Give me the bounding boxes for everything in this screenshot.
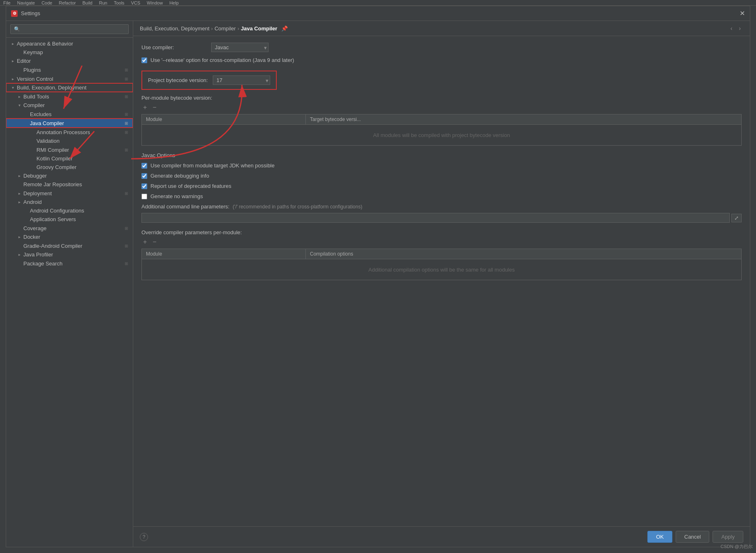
sidebar-item-excludes[interactable]: Excludes ⊞ xyxy=(6,110,133,119)
sidebar-item-label: Build, Execution, Deployment xyxy=(16,85,130,91)
sidebar-item-package-search[interactable]: Package Search ⊞ xyxy=(6,259,133,268)
ok-button[interactable]: OK xyxy=(647,531,672,543)
apply-button[interactable]: Apply xyxy=(713,531,743,543)
breadcrumb: Build, Execution, Deployment › Compiler … xyxy=(140,25,288,32)
arrow-icon xyxy=(16,252,23,257)
close-button[interactable]: ✕ xyxy=(740,9,745,17)
sidebar-item-label: Android Configurations xyxy=(29,208,130,214)
sidebar-item-label: Java Compiler xyxy=(29,120,123,126)
remove-module-button[interactable]: − xyxy=(151,104,158,111)
sidebar-item-compiler[interactable]: Compiler xyxy=(6,101,133,110)
dialog-title: Settings xyxy=(21,10,40,16)
option3-checkbox[interactable] xyxy=(141,183,147,189)
sidebar-item-kotlin-compiler[interactable]: Kotlin Compiler xyxy=(6,154,133,163)
sidebar-item-label: Android xyxy=(23,199,130,205)
sidebar-item-label: Keymap xyxy=(23,49,130,55)
sidebar-item-build-tools[interactable]: Build Tools ⊞ xyxy=(6,92,133,101)
sidebar-item-gradle-android[interactable]: Gradle-Android Compiler ⊞ xyxy=(6,241,133,250)
sidebar-item-docker[interactable]: Docker xyxy=(6,233,133,241)
per-module-table-header: Module Target bytecode versi... xyxy=(142,114,741,125)
sidebar-item-annotation-processors[interactable]: Annotation Processors ⊞ xyxy=(6,128,133,137)
compiler-dropdown-wrapper: Javac Eclipse ▾ xyxy=(211,43,269,52)
target-bytecode-col-header: Target bytecode versi... xyxy=(306,114,741,124)
sidebar-item-coverage[interactable]: Coverage ⊞ xyxy=(6,224,133,233)
arrow-icon xyxy=(16,174,23,178)
option2-checkbox[interactable] xyxy=(141,173,147,179)
add-override-button[interactable]: + xyxy=(141,239,148,245)
option1-label: Use compiler from module target JDK when… xyxy=(150,162,275,169)
sidebar-item-application-servers[interactable]: Application Servers xyxy=(6,215,133,224)
sidebar-item-groovy-compiler[interactable]: Groovy Compiler xyxy=(6,163,133,171)
cmd-params-row: Additional command line parameters: ('/'… xyxy=(141,203,742,210)
search-input[interactable] xyxy=(10,24,129,34)
sidebar-item-label: Debugger xyxy=(23,173,130,179)
option3-label: Report use of deprecated features xyxy=(150,183,231,189)
sidebar-item-validation[interactable]: Validation xyxy=(6,137,133,145)
option2-label: Generate debugging info xyxy=(150,173,209,179)
cmd-input-row: ⤢ xyxy=(141,213,742,223)
nav-back-button[interactable]: ‹ xyxy=(728,24,735,32)
sidebar-item-plugins[interactable]: Plugins ⊞ xyxy=(6,65,133,74)
ext-icon: ⊞ xyxy=(123,190,130,197)
breadcrumb-part2: Compiler xyxy=(214,25,236,32)
sidebar-item-remote-jar[interactable]: Remote Jar Repositories xyxy=(6,180,133,189)
override-toolbar: + − xyxy=(141,239,742,245)
watermark: CSDN @力巴尔 xyxy=(721,544,753,550)
sidebar-item-label: Plugins xyxy=(23,67,123,73)
add-module-button[interactable]: + xyxy=(141,104,148,111)
sidebar-item-debugger[interactable]: Debugger xyxy=(6,171,133,180)
sidebar-item-label: Appearance & Behavior xyxy=(16,41,130,47)
sidebar-item-label: Deployment xyxy=(23,190,123,197)
expand-button[interactable]: ⤢ xyxy=(731,214,742,222)
sidebar-item-java-compiler[interactable]: Java Compiler ⊞ xyxy=(6,119,133,128)
app-icon: ⚙ xyxy=(11,10,18,17)
sidebar-item-label: Version Control xyxy=(16,76,123,82)
sidebar-item-java-profiler[interactable]: Java Profiler xyxy=(6,250,133,259)
help-button[interactable]: ? xyxy=(140,533,148,541)
use-compiler-label: Use compiler: xyxy=(141,44,207,50)
release-option-checkbox[interactable] xyxy=(141,57,147,63)
sidebar-item-build-exec-deploy[interactable]: Build, Execution, Deployment xyxy=(6,83,133,92)
module-col-header: Module xyxy=(142,114,306,124)
sidebar-item-appearance[interactable]: Appearance & Behavior xyxy=(6,39,133,48)
option1-checkbox[interactable] xyxy=(141,163,147,169)
sidebar-item-label: Gradle-Android Compiler xyxy=(23,243,123,249)
override-options-col: Compilation options xyxy=(306,249,741,259)
sidebar-item-label: Java Profiler xyxy=(23,251,130,258)
cmd-params-input[interactable] xyxy=(141,213,730,223)
sidebar-item-label: RMI Compiler xyxy=(36,147,123,153)
option4-checkbox[interactable] xyxy=(141,194,147,199)
menubar: File Navigate Code Refactor Build Run To… xyxy=(0,0,756,6)
search-bar xyxy=(6,21,133,38)
bytecode-dropdown-wrapper: 17 11 8 21 ▾ xyxy=(213,75,270,85)
sidebar-item-android[interactable]: Android xyxy=(6,198,133,206)
sidebar-item-version-control[interactable]: Version Control ⊞ xyxy=(6,74,133,83)
bytecode-version-dropdown[interactable]: 17 11 8 21 xyxy=(213,75,270,85)
use-compiler-row: Use compiler: Javac Eclipse ▾ xyxy=(141,43,742,52)
arrow-icon xyxy=(16,103,23,107)
nav-forward-button[interactable]: › xyxy=(736,24,743,32)
sidebar-item-rmi-compiler[interactable]: RMI Compiler ⊞ xyxy=(6,145,133,154)
ext-icon: ⊞ xyxy=(123,146,130,153)
breadcrumb-sep: › xyxy=(211,25,213,32)
sidebar-item-editor[interactable]: Editor xyxy=(6,57,133,65)
settings-dialog: ⚙ Settings ✕ Appearance & Behavior Keyma… xyxy=(6,6,750,547)
sidebar-item-label: Groovy Compiler xyxy=(36,164,130,170)
ext-icon: ⊞ xyxy=(123,129,130,135)
sidebar-item-label: Kotlin Compiler xyxy=(36,155,130,162)
sidebar-item-label: Remote Jar Repositories xyxy=(23,181,130,187)
option4-label: Generate no warnings xyxy=(150,193,203,199)
sidebar-item-label: Validation xyxy=(36,138,130,144)
sidebar-item-label: Annotation Processors xyxy=(36,129,123,135)
sidebar-item-label: Application Servers xyxy=(29,216,130,222)
remove-override-button[interactable]: − xyxy=(151,239,158,245)
sidebar-item-deployment[interactable]: Deployment ⊞ xyxy=(6,189,133,198)
per-module-label: Per-module bytecode version: xyxy=(141,95,212,101)
main-content: Build, Execution, Deployment › Compiler … xyxy=(133,21,750,547)
sidebar-item-android-configs[interactable]: Android Configurations xyxy=(6,206,133,215)
cancel-button[interactable]: Cancel xyxy=(676,531,709,543)
release-option-label: Use '--release' option for cross-compila… xyxy=(150,57,294,63)
sidebar-item-keymap[interactable]: Keymap xyxy=(6,48,133,57)
option3-row: Report use of deprecated features xyxy=(141,183,742,189)
compiler-dropdown[interactable]: Javac Eclipse xyxy=(211,43,269,52)
